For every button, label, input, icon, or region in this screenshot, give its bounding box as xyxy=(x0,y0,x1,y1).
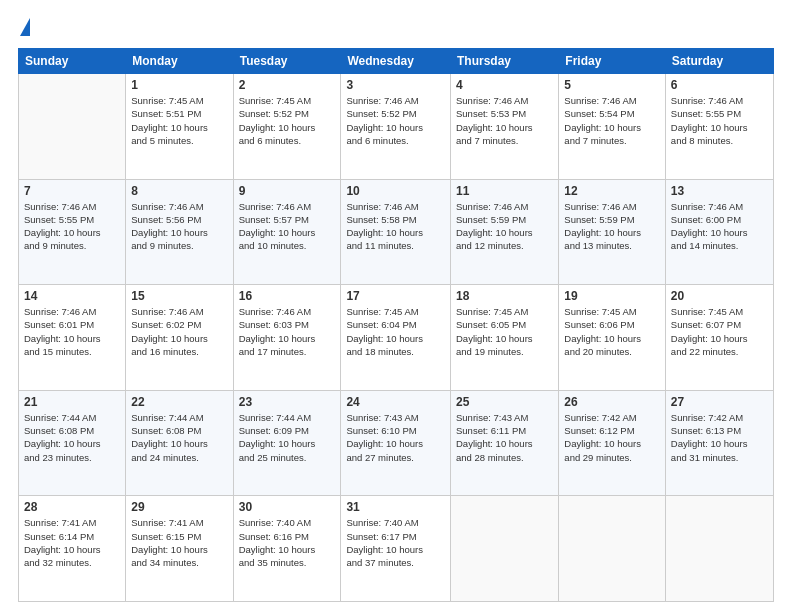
header xyxy=(18,18,774,38)
day-number: 29 xyxy=(131,500,227,514)
calendar-cell: 2Sunrise: 7:45 AMSunset: 5:52 PMDaylight… xyxy=(233,74,341,180)
day-detail: Sunrise: 7:46 AMSunset: 6:00 PMDaylight:… xyxy=(671,200,768,253)
calendar-cell: 13Sunrise: 7:46 AMSunset: 6:00 PMDayligh… xyxy=(665,179,773,285)
week-row-1: 1Sunrise: 7:45 AMSunset: 5:51 PMDaylight… xyxy=(19,74,774,180)
calendar-cell: 8Sunrise: 7:46 AMSunset: 5:56 PMDaylight… xyxy=(126,179,233,285)
calendar-cell: 12Sunrise: 7:46 AMSunset: 5:59 PMDayligh… xyxy=(559,179,666,285)
day-detail: Sunrise: 7:45 AMSunset: 5:52 PMDaylight:… xyxy=(239,94,336,147)
day-number: 8 xyxy=(131,184,227,198)
calendar-cell: 9Sunrise: 7:46 AMSunset: 5:57 PMDaylight… xyxy=(233,179,341,285)
calendar-cell: 7Sunrise: 7:46 AMSunset: 5:55 PMDaylight… xyxy=(19,179,126,285)
calendar-cell xyxy=(665,496,773,602)
day-number: 3 xyxy=(346,78,445,92)
calendar-cell: 30Sunrise: 7:40 AMSunset: 6:16 PMDayligh… xyxy=(233,496,341,602)
calendar-cell: 11Sunrise: 7:46 AMSunset: 5:59 PMDayligh… xyxy=(451,179,559,285)
day-number: 2 xyxy=(239,78,336,92)
col-header-sunday: Sunday xyxy=(19,49,126,74)
day-detail: Sunrise: 7:44 AMSunset: 6:09 PMDaylight:… xyxy=(239,411,336,464)
day-number: 20 xyxy=(671,289,768,303)
day-detail: Sunrise: 7:46 AMSunset: 6:01 PMDaylight:… xyxy=(24,305,120,358)
day-detail: Sunrise: 7:43 AMSunset: 6:10 PMDaylight:… xyxy=(346,411,445,464)
calendar-cell xyxy=(451,496,559,602)
calendar-cell: 16Sunrise: 7:46 AMSunset: 6:03 PMDayligh… xyxy=(233,285,341,391)
day-detail: Sunrise: 7:46 AMSunset: 5:54 PMDaylight:… xyxy=(564,94,660,147)
day-number: 18 xyxy=(456,289,553,303)
day-detail: Sunrise: 7:46 AMSunset: 6:03 PMDaylight:… xyxy=(239,305,336,358)
day-detail: Sunrise: 7:42 AMSunset: 6:12 PMDaylight:… xyxy=(564,411,660,464)
calendar-cell: 18Sunrise: 7:45 AMSunset: 6:05 PMDayligh… xyxy=(451,285,559,391)
day-number: 15 xyxy=(131,289,227,303)
week-row-5: 28Sunrise: 7:41 AMSunset: 6:14 PMDayligh… xyxy=(19,496,774,602)
calendar-cell xyxy=(559,496,666,602)
calendar-cell: 1Sunrise: 7:45 AMSunset: 5:51 PMDaylight… xyxy=(126,74,233,180)
day-detail: Sunrise: 7:45 AMSunset: 6:07 PMDaylight:… xyxy=(671,305,768,358)
day-number: 21 xyxy=(24,395,120,409)
calendar-header-row: SundayMondayTuesdayWednesdayThursdayFrid… xyxy=(19,49,774,74)
day-detail: Sunrise: 7:44 AMSunset: 6:08 PMDaylight:… xyxy=(131,411,227,464)
day-detail: Sunrise: 7:45 AMSunset: 6:04 PMDaylight:… xyxy=(346,305,445,358)
col-header-saturday: Saturday xyxy=(665,49,773,74)
calendar-cell: 26Sunrise: 7:42 AMSunset: 6:12 PMDayligh… xyxy=(559,390,666,496)
day-detail: Sunrise: 7:46 AMSunset: 5:58 PMDaylight:… xyxy=(346,200,445,253)
day-number: 24 xyxy=(346,395,445,409)
day-detail: Sunrise: 7:45 AMSunset: 6:06 PMDaylight:… xyxy=(564,305,660,358)
day-detail: Sunrise: 7:44 AMSunset: 6:08 PMDaylight:… xyxy=(24,411,120,464)
calendar-cell: 19Sunrise: 7:45 AMSunset: 6:06 PMDayligh… xyxy=(559,285,666,391)
day-number: 27 xyxy=(671,395,768,409)
day-number: 23 xyxy=(239,395,336,409)
col-header-wednesday: Wednesday xyxy=(341,49,451,74)
logo xyxy=(18,18,30,38)
day-detail: Sunrise: 7:40 AMSunset: 6:16 PMDaylight:… xyxy=(239,516,336,569)
calendar-cell: 4Sunrise: 7:46 AMSunset: 5:53 PMDaylight… xyxy=(451,74,559,180)
calendar-table: SundayMondayTuesdayWednesdayThursdayFrid… xyxy=(18,48,774,602)
calendar-cell: 3Sunrise: 7:46 AMSunset: 5:52 PMDaylight… xyxy=(341,74,451,180)
day-number: 12 xyxy=(564,184,660,198)
calendar-cell: 14Sunrise: 7:46 AMSunset: 6:01 PMDayligh… xyxy=(19,285,126,391)
day-detail: Sunrise: 7:41 AMSunset: 6:14 PMDaylight:… xyxy=(24,516,120,569)
day-detail: Sunrise: 7:46 AMSunset: 5:55 PMDaylight:… xyxy=(671,94,768,147)
day-number: 13 xyxy=(671,184,768,198)
day-number: 10 xyxy=(346,184,445,198)
day-detail: Sunrise: 7:46 AMSunset: 5:56 PMDaylight:… xyxy=(131,200,227,253)
day-detail: Sunrise: 7:46 AMSunset: 5:57 PMDaylight:… xyxy=(239,200,336,253)
day-detail: Sunrise: 7:46 AMSunset: 5:59 PMDaylight:… xyxy=(456,200,553,253)
day-number: 19 xyxy=(564,289,660,303)
day-number: 11 xyxy=(456,184,553,198)
day-detail: Sunrise: 7:46 AMSunset: 5:55 PMDaylight:… xyxy=(24,200,120,253)
calendar-cell: 17Sunrise: 7:45 AMSunset: 6:04 PMDayligh… xyxy=(341,285,451,391)
calendar-cell: 23Sunrise: 7:44 AMSunset: 6:09 PMDayligh… xyxy=(233,390,341,496)
calendar-cell: 15Sunrise: 7:46 AMSunset: 6:02 PMDayligh… xyxy=(126,285,233,391)
week-row-4: 21Sunrise: 7:44 AMSunset: 6:08 PMDayligh… xyxy=(19,390,774,496)
logo-triangle-icon xyxy=(20,18,30,36)
day-number: 26 xyxy=(564,395,660,409)
col-header-friday: Friday xyxy=(559,49,666,74)
day-number: 7 xyxy=(24,184,120,198)
day-number: 28 xyxy=(24,500,120,514)
day-number: 16 xyxy=(239,289,336,303)
week-row-3: 14Sunrise: 7:46 AMSunset: 6:01 PMDayligh… xyxy=(19,285,774,391)
day-number: 31 xyxy=(346,500,445,514)
col-header-monday: Monday xyxy=(126,49,233,74)
day-detail: Sunrise: 7:41 AMSunset: 6:15 PMDaylight:… xyxy=(131,516,227,569)
day-number: 22 xyxy=(131,395,227,409)
calendar-cell: 22Sunrise: 7:44 AMSunset: 6:08 PMDayligh… xyxy=(126,390,233,496)
calendar-cell: 21Sunrise: 7:44 AMSunset: 6:08 PMDayligh… xyxy=(19,390,126,496)
calendar-cell: 6Sunrise: 7:46 AMSunset: 5:55 PMDaylight… xyxy=(665,74,773,180)
calendar-cell: 27Sunrise: 7:42 AMSunset: 6:13 PMDayligh… xyxy=(665,390,773,496)
calendar-cell xyxy=(19,74,126,180)
calendar-cell: 24Sunrise: 7:43 AMSunset: 6:10 PMDayligh… xyxy=(341,390,451,496)
day-number: 30 xyxy=(239,500,336,514)
day-number: 4 xyxy=(456,78,553,92)
day-detail: Sunrise: 7:42 AMSunset: 6:13 PMDaylight:… xyxy=(671,411,768,464)
col-header-thursday: Thursday xyxy=(451,49,559,74)
calendar-cell: 25Sunrise: 7:43 AMSunset: 6:11 PMDayligh… xyxy=(451,390,559,496)
calendar-cell: 20Sunrise: 7:45 AMSunset: 6:07 PMDayligh… xyxy=(665,285,773,391)
day-detail: Sunrise: 7:46 AMSunset: 6:02 PMDaylight:… xyxy=(131,305,227,358)
day-detail: Sunrise: 7:46 AMSunset: 5:52 PMDaylight:… xyxy=(346,94,445,147)
calendar-cell: 5Sunrise: 7:46 AMSunset: 5:54 PMDaylight… xyxy=(559,74,666,180)
day-number: 5 xyxy=(564,78,660,92)
day-detail: Sunrise: 7:43 AMSunset: 6:11 PMDaylight:… xyxy=(456,411,553,464)
week-row-2: 7Sunrise: 7:46 AMSunset: 5:55 PMDaylight… xyxy=(19,179,774,285)
day-number: 14 xyxy=(24,289,120,303)
day-number: 17 xyxy=(346,289,445,303)
